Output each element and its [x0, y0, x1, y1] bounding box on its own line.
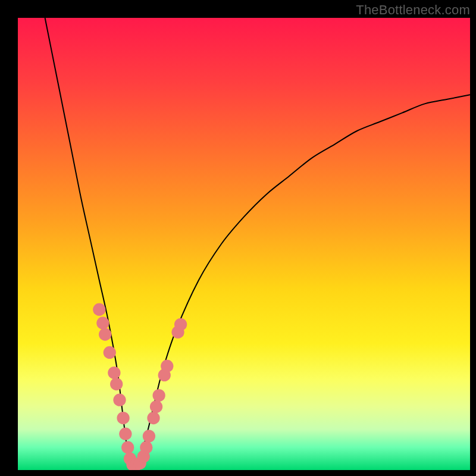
- data-marker: [121, 441, 134, 453]
- data-marker: [143, 430, 155, 442]
- data-marker: [140, 441, 152, 453]
- bottleneck-curve: [45, 18, 470, 468]
- data-marker: [93, 303, 105, 316]
- data-marker: [152, 389, 165, 402]
- plot-area: [18, 18, 470, 470]
- data-markers: [93, 303, 187, 470]
- data-marker: [110, 378, 123, 390]
- data-marker: [119, 428, 131, 440]
- data-marker: [96, 317, 109, 329]
- data-marker: [104, 346, 116, 359]
- watermark-text: TheBottleneck.com: [356, 2, 470, 18]
- data-marker: [99, 328, 111, 340]
- chart-svg: [18, 18, 470, 470]
- data-marker: [117, 412, 129, 424]
- data-marker: [161, 360, 173, 372]
- data-marker: [150, 400, 162, 413]
- data-marker: [174, 318, 187, 331]
- data-marker: [113, 394, 126, 406]
- data-marker: [108, 367, 120, 379]
- data-marker: [147, 412, 159, 424]
- chart-frame: TheBottleneck.com: [0, 0, 476, 476]
